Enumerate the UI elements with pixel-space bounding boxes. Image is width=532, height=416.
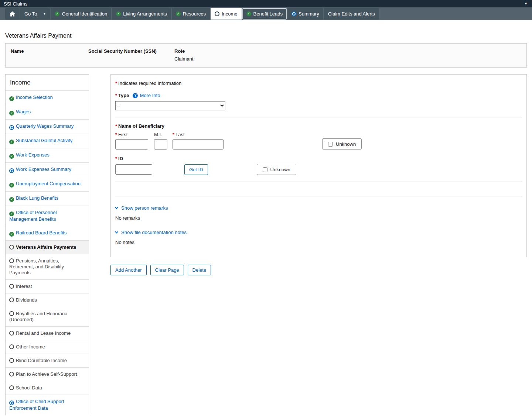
- delete-button[interactable]: Delete: [188, 265, 211, 275]
- sidebar-item-black-lung-benefits[interactable]: Black Lung Benefits: [6, 191, 89, 206]
- divider: [115, 182, 522, 182]
- circle-outline-icon: [9, 358, 14, 363]
- sidebar-item-label: Work Expenses Summary: [16, 166, 71, 172]
- divider: [115, 117, 522, 117]
- check-circle-icon: [176, 11, 181, 16]
- beneficiary-unknown-checkbox[interactable]: Unknown: [322, 138, 362, 149]
- sidebar-item-work-expenses-summary[interactable]: Work Expenses Summary: [6, 162, 89, 177]
- check-circle-icon: [246, 11, 251, 16]
- tab-summary[interactable]: Summary: [287, 8, 323, 20]
- circle-outline-icon: [9, 298, 14, 302]
- circle-outline-icon: [9, 344, 14, 349]
- circle-outline-icon: [9, 331, 14, 336]
- role-column-header: Role: [174, 48, 193, 54]
- last-name-label: *Last: [173, 132, 224, 137]
- id-label-row: *ID: [115, 156, 522, 161]
- help-icon: ?: [133, 93, 138, 98]
- collapse-caret-icon[interactable]: ▼: [524, 2, 528, 6]
- add-another-button[interactable]: Add Another: [110, 265, 147, 275]
- home-icon: [10, 11, 15, 17]
- sidebar-item-school-data: School Data: [6, 381, 89, 395]
- sidebar-item-work-expenses[interactable]: Work Expenses: [6, 148, 89, 162]
- id-input[interactable]: [115, 164, 152, 175]
- circle-outline-icon: [9, 372, 14, 377]
- sidebar-item-rental-and-lease-income: Rental and Lease Income: [6, 326, 89, 340]
- middle-initial-label[interactable]: M.I.: [154, 132, 167, 137]
- sidebar-item-label: Royalties and Honoraria (Unearned): [9, 311, 67, 322]
- get-id-button[interactable]: Get ID: [184, 164, 208, 175]
- sidebar-item-plan-to-achieve-self-support: Plan to Achieve Self-Support: [6, 367, 89, 381]
- circle-outline-icon: [9, 311, 14, 316]
- tab-label: Benefit Leads: [253, 11, 283, 17]
- id-unknown-checkbox-input[interactable]: [263, 167, 267, 172]
- tab-income[interactable]: Income: [211, 8, 242, 20]
- more-info-link[interactable]: ? More Info: [133, 93, 160, 98]
- person-role-column: Role Claimant: [174, 48, 193, 62]
- sidebar-item-veterans-affairs-payments[interactable]: Veterans Affairs Payments: [6, 240, 89, 254]
- info-circle-icon: [9, 168, 14, 173]
- type-label: Type: [118, 93, 129, 98]
- sidebar-item-office-of-child-support-enforcement-data[interactable]: Office of Child Support Enforcement Data: [6, 395, 89, 415]
- sidebar-items: Income SelectionWagesQuarterly Wages Sum…: [6, 90, 89, 415]
- sidebar-item-label: School Data: [16, 385, 42, 391]
- sidebar-item-label: Plan to Achieve Self-Support: [16, 371, 77, 377]
- info-circle-icon: [291, 11, 296, 16]
- sidebar-item-label: Interest: [16, 283, 32, 289]
- first-name-input[interactable]: [115, 139, 148, 149]
- form-panel: *Indicates required information * Type ?…: [110, 74, 527, 257]
- last-name-input[interactable]: [173, 139, 224, 149]
- tab-label: Living Arrangements: [123, 11, 167, 17]
- tab-living-arrangements[interactable]: Living Arrangements: [112, 8, 171, 20]
- goto-label: Go To: [24, 11, 37, 17]
- app-title-bar: SSI Claims ▼: [0, 0, 532, 7]
- tab-general-identification[interactable]: General Identification: [51, 8, 111, 20]
- sidebar-item-office-of-personnel-management-benefits[interactable]: Office of Personnel Management Benefits: [6, 206, 89, 226]
- sidebar-item-label: Work Expenses: [16, 152, 50, 158]
- check-circle-icon: [9, 140, 14, 144]
- sidebar-item-income-selection[interactable]: Income Selection: [6, 90, 89, 105]
- sidebar-title: Income: [6, 75, 89, 90]
- app-title: SSI Claims: [4, 1, 27, 7]
- name-column-header: Name: [11, 48, 88, 54]
- tab-label: Income: [222, 11, 238, 17]
- home-button[interactable]: [5, 8, 20, 20]
- file-notes-toggle[interactable]: Show file documentation notes: [115, 230, 187, 235]
- person-remarks-toggle[interactable]: Show person remarks: [115, 205, 168, 211]
- form-actions: Add Another Clear Page Delete: [110, 265, 527, 275]
- file-notes-empty: No notes: [115, 240, 522, 245]
- sidebar-item-unemployment-compensation[interactable]: Unemployment Compensation: [6, 177, 89, 191]
- unknown-label: Unknown: [270, 167, 290, 172]
- tab-resources[interactable]: Resources: [172, 8, 210, 20]
- sidebar-item-blind-countable-income: Blind Countable Income: [6, 354, 89, 367]
- clear-page-button[interactable]: Clear Page: [150, 265, 184, 275]
- sidebar-item-substantial-gainful-activity[interactable]: Substantial Gainful Activity: [6, 134, 89, 148]
- tab-claim-edits-and-alerts[interactable]: Claim Edits and Alerts: [324, 8, 379, 20]
- sidebar-item-quarterly-wages-summary[interactable]: Quarterly Wages Summary: [6, 119, 89, 134]
- tab-label: Claim Edits and Alerts: [328, 11, 375, 17]
- id-label: ID: [118, 156, 123, 161]
- check-circle-icon: [9, 197, 14, 202]
- beneficiary-unknown-checkbox-input[interactable]: [328, 142, 333, 147]
- check-circle-icon: [116, 11, 121, 16]
- goto-dropdown[interactable]: Go To ▼: [20, 8, 50, 20]
- sidebar-item-label: Rental and Lease Income: [16, 330, 71, 336]
- chevron-down-icon: [115, 206, 119, 209]
- check-circle-icon: [9, 232, 14, 237]
- sidebar-item-railroad-board-benefits[interactable]: Railroad Board Benefits: [6, 226, 89, 240]
- sidebar-item-label: Dividends: [16, 297, 37, 303]
- sidebar-item-wages[interactable]: Wages: [6, 105, 89, 119]
- ssn-column-header: Social Security Number (SSN): [88, 48, 174, 54]
- type-select[interactable]: --: [115, 101, 225, 110]
- sidebar-item-label: Substantial Gainful Activity: [16, 138, 72, 143]
- sidebar-item-dividends: Dividends: [6, 293, 89, 307]
- tab-benefit-leads[interactable]: Benefit Leads: [242, 8, 287, 20]
- sidebar-item-interest: Interest: [6, 279, 89, 293]
- circle-outline-icon: [215, 11, 219, 16]
- sidebar-item-royalties-and-honoraria-unearned: Royalties and Honoraria (Unearned): [6, 307, 89, 326]
- middle-initial-input[interactable]: [154, 139, 167, 149]
- unknown-label: Unknown: [336, 141, 356, 147]
- sidebar-item-label: Veterans Affairs Payments: [16, 244, 76, 250]
- id-unknown-checkbox[interactable]: Unknown: [257, 164, 296, 175]
- beneficiary-heading: *Name of Beneficiary: [115, 123, 522, 129]
- required-note-text: Indicates required information: [118, 80, 181, 86]
